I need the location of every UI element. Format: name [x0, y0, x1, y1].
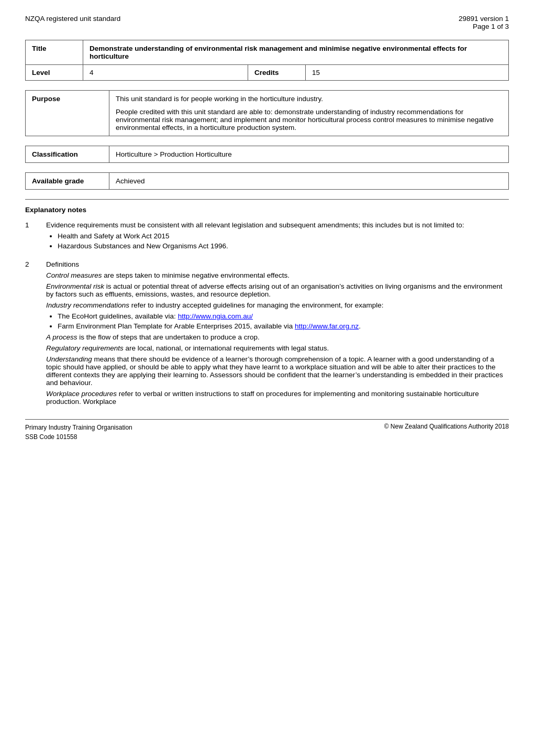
note-1-intro: Evidence requirements must be consistent… — [46, 221, 509, 229]
available-grade-label: Available grade — [26, 173, 109, 190]
note-2-und-rest: means that there should be evidence of a… — [46, 355, 503, 387]
footer-org: Primary Industry Training Organisation — [25, 423, 132, 432]
note-1-bullets: Health and Safety at Work Act 2015 Hazar… — [58, 232, 509, 250]
note-2-farm-link[interactable]: http://www.far.org.nz — [295, 322, 359, 330]
page-header: NZQA registered unit standard 29891 vers… — [25, 15, 509, 30]
note-2-number: 2 — [25, 260, 46, 409]
available-grade-row: Available grade Achieved — [26, 173, 509, 190]
note-2-bullet-ecohort: The EcoHort guidelines, available via: h… — [58, 312, 509, 320]
footer-center: © New Zealand Qualifications Authority 2… — [384, 423, 509, 442]
note-2-control-measures: Control measures are steps taken to mini… — [46, 271, 509, 279]
note-2-ecohort-text: The EcoHort guidelines, available via: — [58, 312, 178, 320]
notes-list: 1 Evidence requirements must be consiste… — [25, 221, 509, 409]
note-2-cm-term: Control measures — [46, 271, 102, 279]
note-2-proc-term: A process — [46, 333, 77, 341]
header-right: 29891 version 1 Page 1 of 3 — [459, 15, 509, 30]
available-grade-table: Available grade Achieved — [25, 172, 509, 190]
note-2-workplace: Workplace procedures refer to verbal or … — [46, 390, 509, 406]
note-2-understanding: Understanding means that there should be… — [46, 355, 509, 387]
note-2-ind-bullets: The EcoHort guidelines, available via: h… — [58, 312, 509, 330]
credits-value: 15 — [306, 65, 509, 81]
title-value: Demonstrate understanding of environment… — [83, 40, 509, 65]
available-grade-value: Achieved — [109, 173, 509, 190]
credits-label: Credits — [248, 65, 306, 81]
note-2-process: A process is the flow of steps that are … — [46, 333, 509, 341]
note-2-reg-req: Regulatory requirements are local, natio… — [46, 344, 509, 352]
header-version: 29891 version 1 — [459, 15, 509, 23]
purpose-text: This unit standard is for people working… — [116, 95, 502, 132]
purpose-table: Purpose This unit standard is for people… — [25, 90, 509, 136]
note-1-number: 1 — [25, 221, 46, 253]
note-2-farm-period: . — [359, 322, 361, 330]
note-2-ind-rec: Industry recommendations refer to indust… — [46, 301, 509, 309]
note-2: 2 Definitions Control measures are steps… — [25, 260, 509, 409]
section-divider — [25, 199, 509, 200]
note-2-cm-rest: are steps taken to minimise negative env… — [102, 271, 290, 279]
section-title: Explanatory notes — [25, 206, 509, 214]
footer-left: Primary Industry Training Organisation S… — [25, 423, 132, 442]
note-2-title: Definitions — [46, 260, 509, 268]
level-row: Level 4 Credits 15 — [26, 65, 509, 81]
note-1-bullet-1: Health and Safety at Work Act 2015 — [58, 232, 509, 240]
classification-label: Classification — [26, 146, 109, 163]
note-2-farm-text: Farm Environment Plan Template for Arabl… — [58, 322, 295, 330]
note-2-env-risk: Environmental risk is actual or potentia… — [46, 282, 509, 298]
header-org-label: NZQA registered unit standard — [25, 15, 120, 23]
note-2-ecohort-link[interactable]: http://www.ngia.com.au/ — [178, 312, 253, 320]
page-footer: Primary Industry Training Organisation S… — [25, 419, 509, 442]
classification-table: Classification Horticulture > Production… — [25, 146, 509, 163]
title-table: Title Demonstrate understanding of envir… — [25, 40, 509, 81]
note-1: 1 Evidence requirements must be consiste… — [25, 221, 509, 253]
purpose-row: Purpose This unit standard is for people… — [26, 91, 509, 136]
note-2-er-term: Environmental risk — [46, 282, 104, 290]
note-2-wp-term: Workplace procedures — [46, 390, 117, 398]
note-2-und-term: Understanding — [46, 355, 92, 363]
note-2-rr-term: Regulatory requirements — [46, 344, 124, 352]
level-value: 4 — [83, 65, 248, 81]
level-label: Level — [26, 65, 83, 81]
note-2-er-rest: is actual or potential threat of adverse… — [46, 282, 502, 298]
purpose-label: Purpose — [26, 91, 109, 136]
footer-ssb: SSB Code 101558 — [25, 432, 132, 442]
note-2-content: Definitions Control measures are steps t… — [46, 260, 509, 409]
header-page: Page 1 of 3 — [459, 23, 509, 30]
purpose-para2: People credited with this unit standard … — [116, 108, 502, 132]
title-row: Title Demonstrate understanding of envir… — [26, 40, 509, 65]
note-2-ir-term: Industry recommendations — [46, 301, 129, 309]
note-2-bullet-farm: Farm Environment Plan Template for Arabl… — [58, 322, 509, 330]
note-2-rr-rest: are local, national, or international re… — [124, 344, 329, 352]
note-2-proc-rest: is the flow of steps that are undertaken… — [77, 333, 260, 341]
header-left: NZQA registered unit standard — [25, 15, 120, 23]
classification-row: Classification Horticulture > Production… — [26, 146, 509, 163]
note-2-ir-rest: refer to industry accepted guidelines fo… — [129, 301, 384, 309]
note-1-bullet-2: Hazardous Substances and New Organisms A… — [58, 242, 509, 250]
classification-value: Horticulture > Production Horticulture — [109, 146, 509, 163]
note-1-content: Evidence requirements must be consistent… — [46, 221, 509, 253]
purpose-content: This unit standard is for people working… — [109, 91, 509, 136]
title-label: Title — [26, 40, 83, 65]
purpose-para1: This unit standard is for people working… — [116, 95, 502, 103]
